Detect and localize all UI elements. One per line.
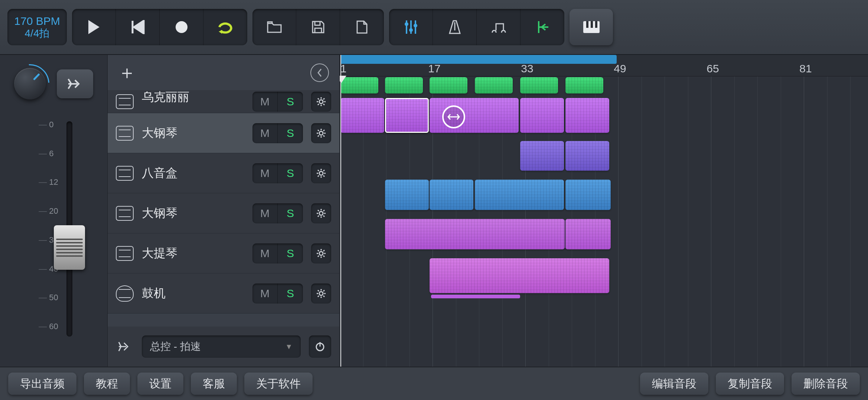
- clip[interactable]: [385, 98, 429, 133]
- mute-solo-group: M S: [252, 163, 303, 183]
- clip[interactable]: [385, 77, 423, 94]
- automation-target-dropdown[interactable]: 总控 - 拍速 ▼: [142, 335, 301, 358]
- footer-button[interactable]: 教程: [84, 373, 130, 395]
- dropdown-caret-icon: ▼: [285, 342, 293, 351]
- mute-button[interactable]: M: [252, 203, 278, 223]
- rewind-button[interactable]: [116, 9, 160, 45]
- goto-start-button[interactable]: [521, 9, 564, 45]
- tempo-signature[interactable]: 170 BPM 4/4拍: [7, 9, 67, 45]
- timeline-ruler[interactable]: 11733496581: [340, 55, 868, 76]
- track-settings-button[interactable]: [311, 92, 331, 112]
- track-settings-button[interactable]: [311, 283, 331, 304]
- track-row[interactable]: 大钢琴 M S: [108, 193, 339, 233]
- volume-fader[interactable]: [66, 121, 72, 337]
- clip[interactable]: [565, 98, 609, 133]
- clip[interactable]: [565, 77, 603, 94]
- play-button[interactable]: [72, 9, 116, 45]
- solo-button[interactable]: S: [278, 163, 303, 183]
- track-row[interactable]: 大钢琴 M S: [108, 113, 339, 153]
- loop-region[interactable]: [340, 55, 617, 64]
- solo-button[interactable]: S: [278, 243, 303, 263]
- collapse-tracks-button[interactable]: [310, 63, 329, 82]
- playhead[interactable]: [340, 55, 341, 367]
- track-settings-button[interactable]: [311, 243, 331, 263]
- clip[interactable]: [385, 180, 429, 210]
- footer-button[interactable]: 关于软件: [244, 373, 313, 395]
- clip[interactable]: [520, 77, 558, 94]
- bpm-label: 170 BPM: [14, 15, 60, 28]
- channel-strip: 06122030405060: [0, 55, 108, 367]
- solo-button[interactable]: S: [278, 92, 303, 112]
- track-settings-button[interactable]: [311, 123, 331, 143]
- chevron-left-icon: [317, 68, 323, 77]
- clip[interactable]: [430, 258, 609, 293]
- tracks-container: 乌克丽丽 M S 大钢琴 M S 八音盒 M S 大钢琴 M S: [108, 90, 339, 327]
- ruler-tick: 17: [428, 62, 440, 75]
- clip[interactable]: [565, 141, 609, 171]
- clip[interactable]: [520, 141, 564, 171]
- clip-loop-handle[interactable]: [442, 105, 465, 128]
- mute-solo-group: M S: [252, 243, 303, 263]
- arrangement-view[interactable]: 11733496581: [340, 55, 868, 367]
- file-icon: [356, 20, 368, 35]
- save-button[interactable]: [296, 9, 340, 45]
- mute-solo-group: M S: [252, 203, 303, 223]
- footer-button[interactable]: 客服: [191, 373, 237, 395]
- mute-button[interactable]: M: [252, 92, 278, 112]
- gear-icon: [316, 248, 326, 259]
- clip[interactable]: [430, 180, 473, 210]
- mute-button[interactable]: M: [252, 283, 278, 304]
- arrangement-grid: [340, 76, 868, 367]
- folder-icon: [267, 20, 282, 34]
- track-row[interactable]: 八音盒 M S: [108, 153, 339, 193]
- track-row[interactable]: 大提琴 M S: [108, 233, 339, 273]
- output-route-button[interactable]: [57, 69, 93, 98]
- bottom-toolbar: 导出音频教程设置客服关于软件 编辑音段复制音段删除音段: [0, 367, 868, 400]
- clip[interactable]: [340, 98, 384, 133]
- loop-button[interactable]: [203, 9, 247, 45]
- automation-power-button[interactable]: [309, 335, 331, 358]
- automation-clip[interactable]: [431, 295, 520, 298]
- clip[interactable]: [565, 219, 611, 249]
- automation-target-label: 总控 - 拍速: [150, 340, 201, 354]
- solo-button[interactable]: S: [278, 203, 303, 223]
- piano-view-button[interactable]: [570, 9, 613, 45]
- record-button[interactable]: [160, 9, 203, 45]
- track-name-label: 八音盒: [142, 165, 244, 181]
- clip[interactable]: [565, 180, 611, 210]
- solo-button[interactable]: S: [278, 123, 303, 143]
- footer-button[interactable]: 导出音频: [8, 373, 76, 395]
- footer-button[interactable]: 复制音段: [716, 373, 784, 395]
- metronome-button[interactable]: [433, 9, 477, 45]
- clip[interactable]: [475, 180, 564, 210]
- mute-button[interactable]: M: [252, 243, 278, 263]
- footer-button[interactable]: 设置: [137, 373, 183, 395]
- clip[interactable]: [475, 77, 513, 94]
- scale-tick: 0: [39, 120, 58, 129]
- track-row[interactable]: 鼓机 M S: [108, 273, 339, 314]
- clip[interactable]: [520, 98, 564, 133]
- add-track-button[interactable]: ＋: [118, 64, 136, 82]
- track-settings-button[interactable]: [311, 203, 331, 223]
- clip[interactable]: [385, 219, 565, 249]
- new-file-button[interactable]: [340, 9, 384, 45]
- pan-knob[interactable]: [14, 68, 46, 99]
- stretch-icon: [447, 113, 460, 121]
- solo-button[interactable]: S: [278, 283, 303, 304]
- track-settings-button[interactable]: [311, 163, 331, 183]
- track-name-label: 大钢琴: [142, 125, 244, 141]
- snap-button[interactable]: [477, 9, 521, 45]
- footer-button[interactable]: 编辑音段: [640, 373, 708, 395]
- mute-button[interactable]: M: [252, 163, 278, 183]
- clip[interactable]: [430, 77, 467, 94]
- keys-icon: [116, 166, 134, 181]
- mixer-button[interactable]: [389, 9, 433, 45]
- svg-point-12: [319, 252, 323, 255]
- keys-icon: [116, 246, 134, 261]
- footer-button[interactable]: 删除音段: [792, 373, 860, 395]
- mute-button[interactable]: M: [252, 123, 278, 143]
- scale-tick: 6: [39, 149, 58, 158]
- open-button[interactable]: [252, 9, 296, 45]
- fader-handle[interactable]: [54, 225, 85, 270]
- track-row[interactable]: 乌克丽丽 M S: [108, 90, 339, 113]
